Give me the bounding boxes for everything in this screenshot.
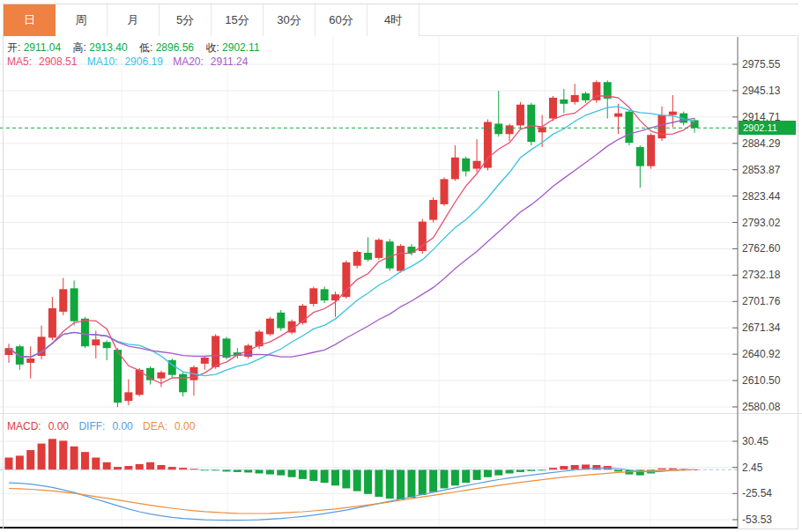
tab-5min[interactable]: 5分 [160, 4, 212, 36]
open-value: 2911.04 [24, 41, 62, 54]
tab-month[interactable]: 月 [108, 4, 160, 36]
tab-week[interactable]: 周 [56, 4, 108, 36]
price-axis-label: 2945.13 [742, 85, 798, 97]
open-label: 开: [7, 41, 20, 54]
tab-4hour[interactable]: 4时 [368, 4, 420, 36]
price-axis-label: 2793.02 [742, 217, 798, 229]
ma10-label: MA10: [87, 55, 118, 68]
tab-60min[interactable]: 60分 [316, 4, 368, 36]
tab-15min[interactable]: 15分 [212, 4, 264, 36]
price-axis-label: 2762.60 [742, 242, 798, 255]
price-axis-label: 2884.29 [742, 137, 798, 150]
price-axis-label: 2975.55 [742, 58, 798, 70]
chart-window: 日 周 月 5分 15分 30分 60分 4时 开: 2911.04 高: 29… [0, 0, 802, 532]
price-axis-label: 2853.87 [742, 164, 798, 176]
price-axis-label: 2640.92 [742, 348, 798, 360]
candlestick-canvas[interactable] [0, 0, 802, 532]
high-value: 2913.40 [89, 41, 127, 54]
ma-readout: MA5:2908.51 MA10:2906.19 MA20:2911.24 [7, 55, 255, 68]
diff-label: DIFF: [78, 420, 105, 432]
price-axis-label: 2671.34 [742, 321, 798, 334]
price-axis-label: 2610.50 [742, 374, 798, 387]
tab-day[interactable]: 日 [4, 4, 56, 36]
close-value: 2902.11 [222, 41, 260, 54]
price-axis-label: 2580.08 [742, 401, 798, 413]
ma5-label: MA5: [7, 55, 32, 68]
ohlc-readout: 开: 2911.04 高: 2913.40 低: 2896.56 收: 2902… [7, 41, 269, 55]
price-axis-label: 2732.18 [742, 269, 798, 281]
current-price-badge: 2902.11 [739, 121, 796, 135]
macd-label: MACD: [7, 420, 41, 432]
ma10-value: 2906.19 [124, 55, 162, 68]
macd-readout: MACD:0.00 DIFF:0.00 DEA:0.00 [7, 420, 202, 432]
macd-axis-label: 30.45 [742, 435, 798, 447]
low-label: 低: [139, 41, 152, 54]
ma20-value: 2911.24 [211, 55, 249, 68]
close-label: 收: [205, 41, 219, 54]
diff-value: 0.00 [112, 420, 132, 432]
timeframe-tabbar: 日 周 月 5分 15分 30分 60分 4时 [4, 4, 798, 36]
dea-label: DEA: [143, 420, 167, 432]
macd-value: 0.00 [48, 420, 69, 432]
macd-axis-label: -53.53 [742, 514, 798, 526]
ma20-label: MA20: [173, 55, 204, 68]
macd-axis-label: 2.45 [742, 462, 798, 474]
dea-value: 0.00 [175, 420, 195, 432]
ma5-value: 2908.51 [39, 55, 77, 68]
price-axis-label: 2701.76 [742, 295, 798, 307]
tab-30min[interactable]: 30分 [264, 4, 316, 36]
price-axis-label: 2823.44 [742, 190, 798, 203]
high-label: 高: [73, 41, 86, 54]
low-value: 2896.56 [156, 41, 194, 54]
macd-axis-label: -25.54 [742, 487, 798, 499]
